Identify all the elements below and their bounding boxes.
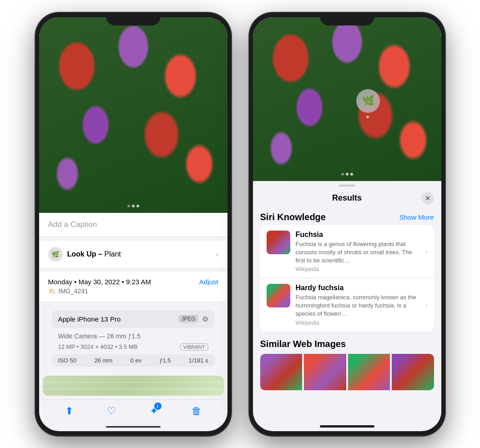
exif-ev: 0 ev — [130, 357, 141, 364]
jpeg-badge: JPEG — [178, 315, 198, 323]
hardy-fuchsia-content: Hardy fuchsia Fuchsia magellanica, commo… — [296, 284, 420, 326]
fuchsia-content: Fuchsia Fuchsia is a genus of flowering … — [296, 231, 420, 273]
lookup-chevron-icon: › — [216, 251, 218, 258]
siri-knowledge-header: Siri Knowledge Show More — [253, 208, 441, 225]
filename-text: IMG_4241 — [59, 287, 88, 295]
notch — [106, 13, 161, 25]
fuchsia-description: Fuchsia is a genus of flowering plants t… — [296, 240, 420, 265]
results-panel: Results ✕ Siri Knowledge Show More Fuchs… — [253, 181, 441, 425]
home-indicator — [106, 426, 161, 427]
exif-focal: 26 mm — [94, 357, 112, 364]
knowledge-item-hardy-fuchsia[interactable]: Hardy fuchsia Fuchsia magellanica, commo… — [260, 278, 434, 332]
lookup-plant-icon: 🌿 — [48, 247, 63, 262]
results-header: Results ✕ — [253, 186, 441, 208]
knowledge-item-fuchsia[interactable]: Fuchsia Fuchsia is a genus of flowering … — [260, 225, 434, 279]
page-dot-right — [341, 173, 344, 176]
camera-model-text: Apple iPhone 13 Pro — [58, 315, 121, 323]
settings-icon: ⚙ — [202, 315, 208, 323]
map-section[interactable] — [43, 376, 224, 396]
page-dot-right — [346, 173, 349, 176]
hardy-fuchsia-name: Hardy fuchsia — [296, 284, 420, 292]
camera-specs-row: 12 MP • 3024 × 4032 • 3.5 MB VIBRANT — [52, 342, 215, 352]
bottom-toolbar: ⬆ ♡ ✦i 🗑 — [39, 399, 227, 426]
lookup-section[interactable]: 🌿 Look Up – Plant › — [39, 241, 227, 268]
similar-images-grid — [260, 354, 434, 390]
caption-section[interactable]: Add a Caption — [39, 213, 227, 237]
date-text: Monday • May 30, 2022 • 9:23 AM — [48, 278, 151, 286]
hardy-fuchsia-description: Fuchsia magellanica, commonly known as t… — [296, 293, 420, 318]
fuchsia-source: Wikipedia — [296, 266, 420, 272]
hardy-fuchsia-thumbnail — [267, 284, 290, 307]
siri-knowledge-title: Siri Knowledge — [260, 212, 326, 222]
hardy-fuchsia-source: Wikipedia — [296, 320, 420, 326]
delete-button[interactable]: 🗑 — [192, 405, 202, 417]
fuchsia-thumbnail — [267, 231, 290, 254]
lookup-row[interactable]: 🌿 Look Up – Plant › — [48, 247, 218, 262]
hardy-fuchsia-chevron-icon: › — [425, 301, 428, 308]
similar-image-3[interactable] — [348, 354, 390, 390]
caption-placeholder[interactable]: Add a Caption — [48, 220, 97, 229]
exif-shutter: 1/181 s — [189, 357, 208, 364]
close-button[interactable]: ✕ — [421, 192, 434, 205]
info-button[interactable]: ✦i — [150, 405, 158, 417]
lookup-label: Look Up – Plant — [67, 250, 121, 258]
similar-image-2[interactable] — [304, 354, 346, 390]
camera-model-row: Apple iPhone 13 Pro JPEG ⚙ — [52, 310, 215, 328]
similar-image-4[interactable] — [392, 354, 434, 390]
photo-display-left — [39, 17, 227, 213]
notch-right — [320, 13, 374, 25]
photo-display-right: 🌿 — [253, 17, 441, 181]
visual-lookup-button[interactable]: 🌿 — [356, 89, 380, 113]
page-dot-right — [350, 173, 353, 176]
adjust-button[interactable]: Adjust — [199, 278, 218, 286]
left-screen: Add a Caption 🌿 Look Up – Plant › Monday… — [39, 17, 227, 431]
results-title: Results — [273, 193, 421, 203]
camera-section: Apple iPhone 13 Pro JPEG ⚙ Wide Camera —… — [43, 305, 224, 372]
show-more-button[interactable]: Show More — [399, 213, 434, 221]
wide-camera-text: Wide Camera — 26 mm ƒ1.5 — [52, 331, 215, 342]
exif-iso: ISO 50 — [58, 357, 76, 364]
exif-row: ISO 50 26 mm 0 ev ƒ1.5 1/181 s — [52, 354, 215, 367]
exif-aperture: ƒ1.5 — [159, 357, 171, 364]
knowledge-card: Fuchsia Fuchsia is a genus of flowering … — [260, 225, 434, 332]
similar-image-1[interactable] — [260, 354, 303, 390]
right-phone: 🌿 Results ✕ Siri Knowledge — [249, 13, 445, 436]
vibrant-badge: VIBRANT — [180, 343, 208, 351]
page-dot — [127, 205, 130, 207]
page-dot — [132, 205, 135, 207]
page-dot — [136, 205, 139, 207]
share-button[interactable]: ⬆ — [65, 405, 73, 417]
fuchsia-name: Fuchsia — [296, 231, 420, 239]
camera-specs-text: 12 MP • 3024 × 4032 • 3.5 MB — [58, 343, 138, 350]
similar-web-section: Similar Web Images — [253, 333, 441, 394]
right-screen: 🌿 Results ✕ Siri Knowledge — [253, 17, 441, 431]
left-phone: Add a Caption 🌿 Look Up – Plant › Monday… — [35, 13, 231, 436]
home-indicator-right — [320, 425, 374, 428]
favorite-button[interactable]: ♡ — [107, 405, 116, 417]
date-section: Monday • May 30, 2022 • 9:23 AM Adjust ⛅… — [39, 272, 227, 301]
cloud-icon: ⛅ — [48, 287, 56, 295]
fuchsia-chevron-icon: › — [425, 248, 428, 255]
similar-web-title: Similar Web Images — [260, 339, 434, 349]
